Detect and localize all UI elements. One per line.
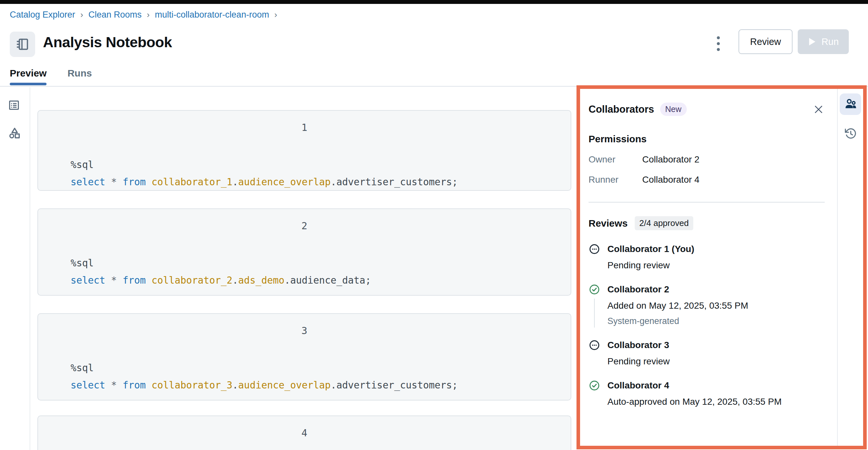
code-line: select * from collaborator_2.ads_demo.au… [71,272,371,289]
left-icon-rail [0,87,30,450]
pending-ellipsis-icon [589,339,600,351]
cell-number: 3 [38,325,571,336]
cell-code: %sqlselect * from collaborator_2.ads_dem… [71,255,371,289]
kebab-icon [716,35,720,52]
code-token: audience_overlap [238,176,331,188]
code-token: .advertiser_customers; [331,176,458,188]
permission-value: Collaborator 2 [642,154,700,165]
review-item: Collaborator 3Pending review [589,339,825,367]
review-item: Collaborator 4Auto-approved on May 12, 2… [589,380,825,407]
code-token: collaborator_3 [152,380,232,391]
review-detail: Pending review [608,260,825,271]
permissions-heading: Permissions [589,134,825,145]
review-detail: Pending review [608,356,825,367]
notebook-cell[interactable]: 4 [37,416,571,450]
review-detail: Added on May 12, 2025, 03:55 PM [608,301,825,311]
notebook-panel-toggle-button[interactable] [10,32,35,57]
code-token [117,176,123,188]
review-detail: System-generated [608,316,825,326]
table-of-contents-icon[interactable] [8,99,20,111]
code-token: from [123,380,146,391]
close-panel-button[interactable] [812,103,825,116]
review-detail-lines: Added on May 12, 2025, 03:55 PMSystem-ge… [608,301,825,326]
code-token [117,275,123,286]
page-title: Analysis Notebook [43,34,172,51]
review-timeline-connector [594,299,595,328]
code-line: %sql [71,156,458,173]
approved-check-icon [589,284,600,295]
new-badge: New [660,103,687,116]
code-token: select [71,275,105,286]
run-button[interactable]: Run [798,29,849,54]
review-item-header: Collaborator 1 (You) [589,243,825,255]
cell-number: 1 [38,122,571,133]
history-tab-button[interactable] [840,125,861,142]
code-line: select * from collaborator_1.audience_ov… [71,173,458,191]
reviewer-name: Collaborator 4 [608,380,669,391]
tab-preview[interactable]: Preview [10,68,46,85]
history-icon [844,127,857,140]
play-icon [808,37,816,46]
cell-code: %sqlselect * from collaborator_1.audienc… [71,156,458,191]
code-token: ads_demo [238,275,284,286]
notebook-cell[interactable]: 1%sqlselect * from collaborator_1.audien… [37,110,571,191]
code-line: %sql [71,255,371,272]
breadcrumb-link[interactable]: Catalog Explorer [10,10,75,20]
reviews-heading: Reviews [589,218,627,229]
breadcrumb-separator: › [274,10,277,20]
notebook-cell[interactable]: 3%sqlselect * from collaborator_3.audien… [37,313,571,400]
code-token: * [111,176,117,188]
code-token [146,176,152,188]
kebab-menu-button[interactable] [712,33,725,54]
notebook-cell[interactable]: 2%sqlselect * from collaborator_2.ads_de… [37,208,571,296]
cell-code: %sqlselect * from collaborator_3.audienc… [71,360,458,394]
code-token: from [123,275,146,286]
code-token: %sql [71,362,94,373]
collaborators-people-icon [844,98,857,111]
code-token: . [232,275,238,286]
code-token: * [111,275,117,286]
code-line: %sql [71,360,458,377]
code-token [105,380,111,391]
review-item: Collaborator 1 (You)Pending review [589,243,825,271]
breadcrumb-link[interactable]: Clean Rooms [89,10,142,20]
code-token: %sql [71,159,94,170]
review-button[interactable]: Review [739,29,793,54]
reviewer-name: Collaborator 1 (You) [608,244,694,254]
permissions-rows: OwnerCollaborator 2RunnerCollaborator 4 [589,154,825,185]
cell-number: 2 [38,220,571,231]
breadcrumb-link[interactable]: multi-collaborator-clean-room [155,10,269,20]
collaborators-panel: Collaborators New Permissions OwnerColla… [580,89,837,446]
shapes-widgets-icon[interactable] [8,126,22,140]
close-icon [813,104,824,115]
review-detail-lines: Pending review [608,260,825,271]
notebook-icon [15,37,30,52]
permission-label: Owner [589,154,642,165]
tab-runs[interactable]: Runs [67,68,92,85]
permission-row: RunnerCollaborator 4 [589,174,825,185]
code-token [146,275,152,286]
code-token: collaborator_1 [152,176,232,188]
breadcrumb-separator: › [80,10,83,20]
review-item-header: Collaborator 4 [589,380,825,391]
approved-check-icon [589,380,600,391]
notebook-preview-screen: Catalog Explorer›Clean Rooms›multi-colla… [0,0,868,450]
collaborators-tab-button[interactable] [840,93,861,115]
cell-number: 4 [38,427,571,439]
panel-title: Collaborators [589,104,654,115]
breadcrumb: Catalog Explorer›Clean Rooms›multi-colla… [10,10,277,20]
review-detail-lines: Pending review [608,356,825,367]
reviewer-name: Collaborator 2 [608,284,669,295]
permission-label: Runner [589,174,642,185]
review-detail-lines: Auto-approved on May 12, 2025, 03:55 PM [608,397,825,407]
pending-ellipsis-icon [589,243,600,255]
permission-value: Collaborator 4 [642,174,700,185]
review-item-header: Collaborator 3 [589,339,825,351]
code-token: * [111,380,117,391]
code-token: audience_overlap [238,380,331,391]
window-top-edge [0,0,868,4]
review-item: Collaborator 2Added on May 12, 2025, 03:… [589,284,825,326]
code-token: select [71,176,105,188]
permission-row: OwnerCollaborator 2 [589,154,825,165]
code-token: collaborator_2 [152,275,232,286]
